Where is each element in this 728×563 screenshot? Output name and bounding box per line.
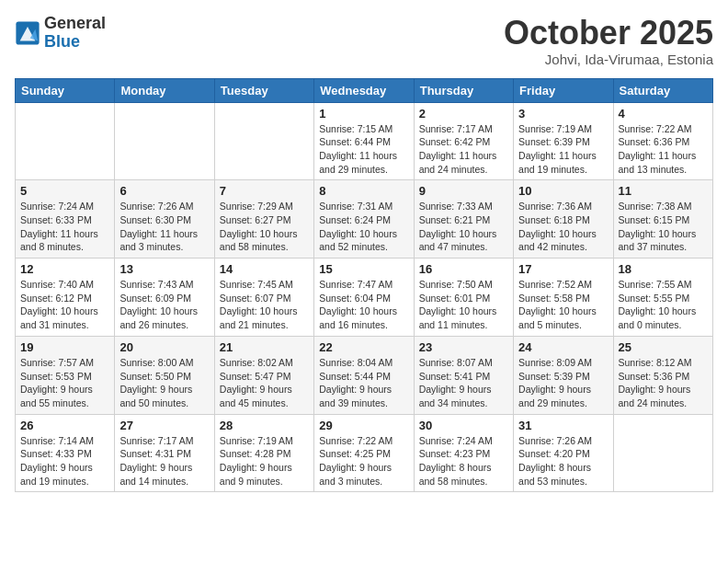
day-number: 26 xyxy=(20,419,109,432)
calendar-cell: 23Sunrise: 8:07 AM Sunset: 5:41 PM Dayli… xyxy=(414,336,513,414)
week-row-2: 5Sunrise: 7:24 AM Sunset: 6:33 PM Daylig… xyxy=(16,180,713,259)
day-number: 18 xyxy=(619,262,708,276)
calendar-cell: 14Sunrise: 7:45 AM Sunset: 6:07 PM Dayli… xyxy=(214,259,313,337)
calendar-cell: 21Sunrise: 8:02 AM Sunset: 5:47 PM Dayli… xyxy=(214,336,313,414)
day-info: Sunrise: 7:24 AM Sunset: 6:33 PM Dayligh… xyxy=(20,200,109,254)
day-number: 8 xyxy=(319,184,408,198)
day-info: Sunrise: 7:38 AM Sunset: 6:15 PM Dayligh… xyxy=(619,200,708,254)
calendar-cell: 28Sunrise: 7:19 AM Sunset: 4:28 PM Dayli… xyxy=(214,414,313,492)
day-number: 7 xyxy=(220,184,309,198)
calendar-cell xyxy=(214,102,313,180)
day-number: 16 xyxy=(419,262,508,276)
day-info: Sunrise: 7:26 AM Sunset: 4:20 PM Dayligh… xyxy=(518,434,608,488)
weekday-header-row: SundayMondayTuesdayWednesdayThursdayFrid… xyxy=(16,78,713,102)
calendar-cell: 1Sunrise: 7:15 AM Sunset: 6:44 PM Daylig… xyxy=(314,102,414,180)
day-number: 6 xyxy=(119,184,209,198)
calendar-cell: 19Sunrise: 7:57 AM Sunset: 5:53 PM Dayli… xyxy=(16,336,115,414)
weekday-header-sunday: Sunday xyxy=(16,78,115,102)
calendar-cell xyxy=(613,414,712,492)
day-info: Sunrise: 7:36 AM Sunset: 6:18 PM Dayligh… xyxy=(518,200,608,254)
day-number: 4 xyxy=(619,107,708,121)
logo-icon xyxy=(15,20,40,46)
day-info: Sunrise: 7:17 AM Sunset: 6:42 PM Dayligh… xyxy=(419,122,508,177)
week-row-4: 19Sunrise: 7:57 AM Sunset: 5:53 PM Dayli… xyxy=(16,336,713,414)
week-row-1: 1Sunrise: 7:15 AM Sunset: 6:44 PM Daylig… xyxy=(16,102,713,180)
logo-text-line1: General xyxy=(44,15,106,33)
calendar-cell: 18Sunrise: 7:55 AM Sunset: 5:55 PM Dayli… xyxy=(613,259,712,337)
day-number: 19 xyxy=(20,340,109,354)
calendar-cell: 12Sunrise: 7:40 AM Sunset: 6:12 PM Dayli… xyxy=(16,259,115,337)
calendar-cell: 29Sunrise: 7:22 AM Sunset: 4:25 PM Dayli… xyxy=(314,414,414,492)
day-info: Sunrise: 8:02 AM Sunset: 5:47 PM Dayligh… xyxy=(220,356,309,410)
day-number: 9 xyxy=(419,184,508,198)
calendar-table: SundayMondayTuesdayWednesdayThursdayFrid… xyxy=(15,78,713,493)
calendar-cell: 6Sunrise: 7:26 AM Sunset: 6:30 PM Daylig… xyxy=(115,180,214,259)
day-info: Sunrise: 7:55 AM Sunset: 5:55 PM Dayligh… xyxy=(619,278,708,332)
day-number: 10 xyxy=(518,184,608,198)
weekday-header-thursday: Thursday xyxy=(414,78,513,102)
day-info: Sunrise: 7:22 AM Sunset: 6:36 PM Dayligh… xyxy=(619,122,708,177)
day-number: 28 xyxy=(220,419,309,432)
calendar-cell: 3Sunrise: 7:19 AM Sunset: 6:39 PM Daylig… xyxy=(514,102,613,180)
week-row-5: 26Sunrise: 7:14 AM Sunset: 4:33 PM Dayli… xyxy=(16,414,713,492)
logo: General Blue xyxy=(15,15,106,52)
day-number: 21 xyxy=(220,340,309,354)
day-info: Sunrise: 7:45 AM Sunset: 6:07 PM Dayligh… xyxy=(220,278,309,332)
location-subtitle: Johvi, Ida-Virumaa, Estonia xyxy=(504,52,713,67)
day-info: Sunrise: 8:04 AM Sunset: 5:44 PM Dayligh… xyxy=(319,356,408,410)
day-info: Sunrise: 7:14 AM Sunset: 4:33 PM Dayligh… xyxy=(20,434,109,488)
day-number: 22 xyxy=(319,340,408,354)
day-info: Sunrise: 7:57 AM Sunset: 5:53 PM Dayligh… xyxy=(20,356,109,410)
day-number: 3 xyxy=(518,107,608,121)
day-number: 11 xyxy=(619,184,708,198)
day-number: 12 xyxy=(20,262,109,276)
day-number: 14 xyxy=(220,262,309,276)
day-number: 25 xyxy=(619,340,708,354)
logo-text-line2: Blue xyxy=(44,33,106,52)
day-number: 20 xyxy=(119,340,209,354)
title-block: October 2025 Johvi, Ida-Virumaa, Estonia xyxy=(504,15,713,67)
calendar-cell: 5Sunrise: 7:24 AM Sunset: 6:33 PM Daylig… xyxy=(16,180,115,259)
day-number: 30 xyxy=(419,419,508,432)
day-info: Sunrise: 7:29 AM Sunset: 6:27 PM Dayligh… xyxy=(220,200,309,254)
day-info: Sunrise: 7:50 AM Sunset: 6:01 PM Dayligh… xyxy=(419,278,508,332)
weekday-header-saturday: Saturday xyxy=(613,78,712,102)
calendar-cell: 7Sunrise: 7:29 AM Sunset: 6:27 PM Daylig… xyxy=(214,180,313,259)
calendar-cell: 11Sunrise: 7:38 AM Sunset: 6:15 PM Dayli… xyxy=(613,180,712,259)
weekday-header-friday: Friday xyxy=(514,78,613,102)
day-info: Sunrise: 7:40 AM Sunset: 6:12 PM Dayligh… xyxy=(20,278,109,332)
calendar-cell: 17Sunrise: 7:52 AM Sunset: 5:58 PM Dayli… xyxy=(514,259,613,337)
day-info: Sunrise: 7:26 AM Sunset: 6:30 PM Dayligh… xyxy=(119,200,209,254)
day-number: 31 xyxy=(518,419,608,432)
day-info: Sunrise: 7:47 AM Sunset: 6:04 PM Dayligh… xyxy=(319,278,408,332)
day-info: Sunrise: 7:17 AM Sunset: 4:31 PM Dayligh… xyxy=(119,434,209,488)
page-header: General Blue October 2025 Johvi, Ida-Vir… xyxy=(15,15,713,67)
calendar-cell: 9Sunrise: 7:33 AM Sunset: 6:21 PM Daylig… xyxy=(414,180,513,259)
calendar-cell: 16Sunrise: 7:50 AM Sunset: 6:01 PM Dayli… xyxy=(414,259,513,337)
calendar-cell xyxy=(16,102,115,180)
day-info: Sunrise: 8:09 AM Sunset: 5:39 PM Dayligh… xyxy=(518,356,608,410)
day-info: Sunrise: 7:24 AM Sunset: 4:23 PM Dayligh… xyxy=(419,434,508,488)
day-info: Sunrise: 7:43 AM Sunset: 6:09 PM Dayligh… xyxy=(119,278,209,332)
weekday-header-monday: Monday xyxy=(115,78,214,102)
day-number: 15 xyxy=(319,262,408,276)
calendar-cell: 2Sunrise: 7:17 AM Sunset: 6:42 PM Daylig… xyxy=(414,102,513,180)
week-row-3: 12Sunrise: 7:40 AM Sunset: 6:12 PM Dayli… xyxy=(16,259,713,337)
day-number: 2 xyxy=(419,107,508,121)
calendar-cell: 27Sunrise: 7:17 AM Sunset: 4:31 PM Dayli… xyxy=(115,414,214,492)
day-number: 1 xyxy=(319,107,408,121)
month-title: October 2025 xyxy=(504,15,713,52)
calendar-cell: 26Sunrise: 7:14 AM Sunset: 4:33 PM Dayli… xyxy=(16,414,115,492)
day-info: Sunrise: 7:15 AM Sunset: 6:44 PM Dayligh… xyxy=(319,122,408,177)
day-info: Sunrise: 7:19 AM Sunset: 6:39 PM Dayligh… xyxy=(518,122,608,177)
day-number: 17 xyxy=(518,262,608,276)
day-number: 13 xyxy=(119,262,209,276)
weekday-header-wednesday: Wednesday xyxy=(314,78,414,102)
day-info: Sunrise: 7:22 AM Sunset: 4:25 PM Dayligh… xyxy=(319,434,408,488)
calendar-cell: 4Sunrise: 7:22 AM Sunset: 6:36 PM Daylig… xyxy=(613,102,712,180)
calendar-cell: 15Sunrise: 7:47 AM Sunset: 6:04 PM Dayli… xyxy=(314,259,414,337)
calendar-cell: 8Sunrise: 7:31 AM Sunset: 6:24 PM Daylig… xyxy=(314,180,414,259)
day-number: 29 xyxy=(319,419,408,432)
day-number: 27 xyxy=(119,419,209,432)
calendar-cell: 13Sunrise: 7:43 AM Sunset: 6:09 PM Dayli… xyxy=(115,259,214,337)
